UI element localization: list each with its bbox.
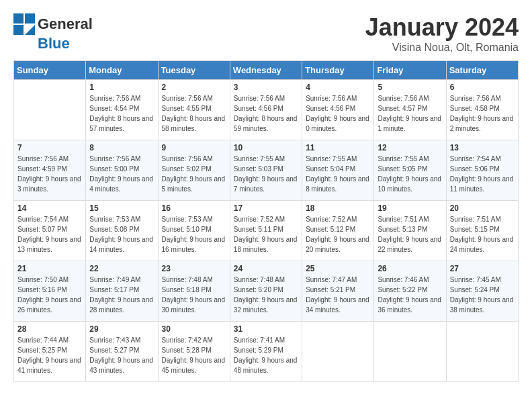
day-number: 7 [17,143,82,152]
day-info: Sunrise: 7:54 AMSunset: 5:07 PMDaylight:… [17,214,82,255]
day-info: Sunrise: 7:56 AMSunset: 4:57 PMDaylight:… [378,93,442,134]
calendar-cell: 29Sunrise: 7:43 AMSunset: 5:27 PMDayligh… [86,322,158,382]
day-info: Sunrise: 7:55 AMSunset: 5:03 PMDaylight:… [234,154,298,194]
day-info: Sunrise: 7:44 AMSunset: 5:25 PMDaylight:… [17,335,82,375]
day-number: 4 [306,83,370,92]
day-number: 31 [234,324,298,334]
day-header-wednesday: Wednesday [230,61,302,80]
calendar-cell: 12Sunrise: 7:55 AMSunset: 5:05 PMDayligh… [374,140,446,201]
title-area: January 2024 Visina Noua, Olt, Romania [365,13,519,54]
calendar-cell [446,322,518,382]
day-number: 22 [89,264,154,273]
day-number: 8 [89,143,154,152]
calendar-cell: 31Sunrise: 7:41 AMSunset: 5:29 PMDayligh… [230,322,302,382]
day-number: 3 [234,83,298,92]
svg-marker-3 [25,25,35,35]
logo-icon [13,13,35,35]
day-info: Sunrise: 7:50 AMSunset: 5:16 PMDaylight:… [17,275,82,315]
day-info: Sunrise: 7:49 AMSunset: 5:17 PMDaylight:… [89,275,154,315]
calendar-week-row: 21Sunrise: 7:50 AMSunset: 5:16 PMDayligh… [14,261,519,322]
calendar-cell: 26Sunrise: 7:46 AMSunset: 5:22 PMDayligh… [374,261,446,322]
calendar-week-row: 1Sunrise: 7:56 AMSunset: 4:54 PMDaylight… [14,80,519,140]
calendar-cell: 18Sunrise: 7:52 AMSunset: 5:12 PMDayligh… [302,201,374,261]
day-number: 15 [89,203,154,213]
day-header-sunday: Sunday [14,61,86,80]
day-info: Sunrise: 7:52 AMSunset: 5:11 PMDaylight:… [234,214,298,255]
day-info: Sunrise: 7:56 AMSunset: 4:56 PMDaylight:… [306,93,370,134]
day-info: Sunrise: 7:53 AMSunset: 5:08 PMDaylight:… [89,214,154,255]
day-header-row: SundayMondayTuesdayWednesdayThursdayFrid… [14,61,519,80]
day-header-monday: Monday [86,61,158,80]
calendar-cell: 4Sunrise: 7:56 AMSunset: 4:56 PMDaylight… [302,80,374,140]
day-info: Sunrise: 7:48 AMSunset: 5:18 PMDaylight:… [162,275,226,315]
day-header-friday: Friday [374,61,446,80]
calendar-cell: 10Sunrise: 7:55 AMSunset: 5:03 PMDayligh… [230,140,302,201]
day-header-tuesday: Tuesday [158,61,230,80]
day-info: Sunrise: 7:51 AMSunset: 5:15 PMDaylight:… [450,214,515,255]
calendar-cell: 7Sunrise: 7:56 AMSunset: 4:59 PMDaylight… [14,140,86,201]
calendar-cell: 20Sunrise: 7:51 AMSunset: 5:15 PMDayligh… [446,201,518,261]
day-number: 21 [17,264,82,273]
day-number: 30 [162,324,226,334]
calendar-cell: 13Sunrise: 7:54 AMSunset: 5:06 PMDayligh… [446,140,518,201]
calendar-cell [14,80,86,140]
calendar-cell: 5Sunrise: 7:56 AMSunset: 4:57 PMDaylight… [374,80,446,140]
logo-blue-text: Blue [38,35,70,52]
logo-text: General [38,15,93,33]
calendar-cell: 30Sunrise: 7:42 AMSunset: 5:28 PMDayligh… [158,322,230,382]
calendar-week-row: 7Sunrise: 7:56 AMSunset: 4:59 PMDaylight… [14,140,519,201]
day-header-saturday: Saturday [446,61,518,80]
day-info: Sunrise: 7:53 AMSunset: 5:10 PMDaylight:… [162,214,226,255]
day-number: 23 [162,264,226,273]
day-number: 26 [378,264,442,273]
day-info: Sunrise: 7:54 AMSunset: 5:06 PMDaylight:… [450,154,515,194]
day-number: 13 [450,143,515,152]
calendar-cell: 17Sunrise: 7:52 AMSunset: 5:11 PMDayligh… [230,201,302,261]
day-info: Sunrise: 7:56 AMSunset: 4:59 PMDaylight:… [17,154,82,194]
page-header: General Blue January 2024 Visina Noua, O… [13,13,519,54]
day-number: 9 [162,143,226,152]
day-number: 28 [17,324,82,334]
day-number: 6 [450,83,515,92]
calendar-cell: 9Sunrise: 7:56 AMSunset: 5:02 PMDaylight… [158,140,230,201]
svg-rect-2 [13,25,24,35]
day-info: Sunrise: 7:56 AMSunset: 4:55 PMDaylight:… [162,93,226,134]
calendar-table: SundayMondayTuesdayWednesdayThursdayFrid… [13,60,519,382]
day-number: 10 [234,143,298,152]
day-number: 16 [162,203,226,213]
day-info: Sunrise: 7:47 AMSunset: 5:21 PMDaylight:… [306,275,370,315]
svg-rect-0 [13,13,24,24]
calendar-week-row: 14Sunrise: 7:54 AMSunset: 5:07 PMDayligh… [14,201,519,261]
day-number: 27 [450,264,515,273]
calendar-cell: 3Sunrise: 7:56 AMSunset: 4:56 PMDaylight… [230,80,302,140]
day-info: Sunrise: 7:46 AMSunset: 5:22 PMDaylight:… [378,275,442,315]
day-number: 1 [89,83,154,92]
calendar-cell: 28Sunrise: 7:44 AMSunset: 5:25 PMDayligh… [14,322,86,382]
day-info: Sunrise: 7:56 AMSunset: 5:00 PMDaylight:… [89,154,154,194]
day-info: Sunrise: 7:55 AMSunset: 5:04 PMDaylight:… [306,154,370,194]
calendar-cell [302,322,374,382]
calendar-cell: 2Sunrise: 7:56 AMSunset: 4:55 PMDaylight… [158,80,230,140]
day-number: 11 [306,143,370,152]
day-number: 12 [378,143,442,152]
day-info: Sunrise: 7:56 AMSunset: 5:02 PMDaylight:… [162,154,226,194]
day-info: Sunrise: 7:42 AMSunset: 5:28 PMDaylight:… [162,335,226,375]
day-number: 18 [306,203,370,213]
day-number: 2 [162,83,226,92]
calendar-week-row: 28Sunrise: 7:44 AMSunset: 5:25 PMDayligh… [14,322,519,382]
day-info: Sunrise: 7:52 AMSunset: 5:12 PMDaylight:… [306,214,370,255]
day-number: 24 [234,264,298,273]
calendar-cell: 11Sunrise: 7:55 AMSunset: 5:04 PMDayligh… [302,140,374,201]
calendar-cell: 21Sunrise: 7:50 AMSunset: 5:16 PMDayligh… [14,261,86,322]
day-info: Sunrise: 7:56 AMSunset: 4:54 PMDaylight:… [89,93,154,134]
calendar-cell: 22Sunrise: 7:49 AMSunset: 5:17 PMDayligh… [86,261,158,322]
logo: General Blue [13,13,93,52]
day-info: Sunrise: 7:51 AMSunset: 5:13 PMDaylight:… [378,214,442,255]
day-number: 14 [17,203,82,213]
calendar-cell [374,322,446,382]
day-number: 5 [378,83,442,92]
day-info: Sunrise: 7:56 AMSunset: 4:56 PMDaylight:… [234,93,298,134]
calendar-cell: 24Sunrise: 7:48 AMSunset: 5:20 PMDayligh… [230,261,302,322]
day-number: 25 [306,264,370,273]
day-number: 19 [378,203,442,213]
